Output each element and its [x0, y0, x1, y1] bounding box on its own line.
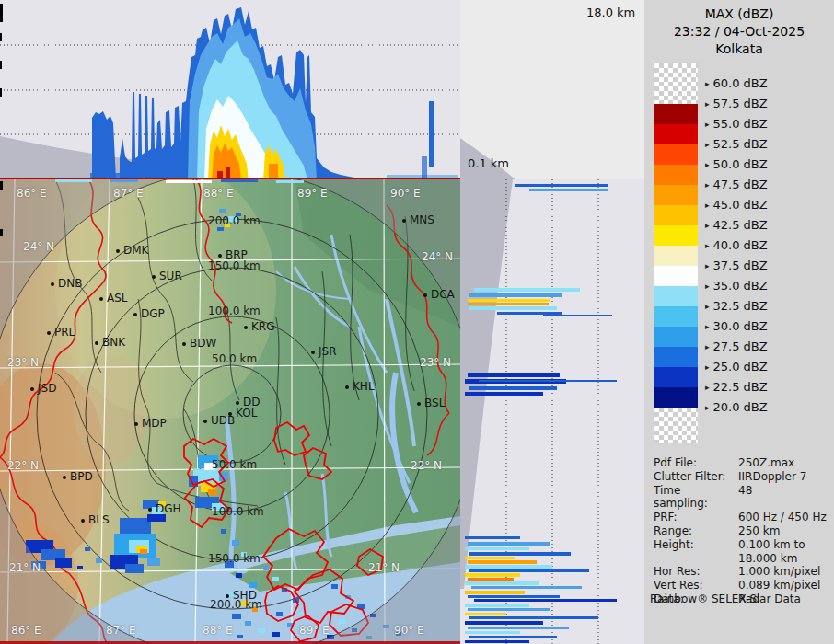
scale-tick-label: ▸50.0 dBZ [705, 158, 768, 172]
scale-tick-label: ▸45.0 dBZ [705, 199, 768, 213]
tick-arrow-icon: ▸ [705, 282, 710, 291]
dbz-color-scale [654, 63, 698, 443]
scale-swatch [654, 306, 698, 327]
corner-area [460, 0, 644, 181]
scale-swatch [654, 246, 698, 266]
scale-swatch [654, 347, 698, 367]
tick-arrow-icon: ▸ [705, 221, 710, 230]
metadata-row: Height:0.100 km to [654, 538, 832, 552]
tick-arrow-icon: ▸ [705, 362, 710, 372]
scale-tick-label: ▸40.0 dBZ [705, 239, 768, 253]
scale-tick-label: ▸32.5 dBZ [705, 300, 768, 314]
scale-tick-label: ▸25.0 dBZ [705, 361, 768, 374]
scale-swatch [654, 185, 698, 205]
scale-swatch [654, 286, 698, 306]
top-cross-section-plot [0, 0, 460, 181]
scale-swatch [654, 205, 698, 225]
side-axis-min-height-label: 0.1 km [468, 156, 509, 170]
scale-swatch [654, 387, 698, 408]
scale-tick-label: ▸47.5 dBZ [705, 178, 768, 192]
product-metadata: Pdf File:250Z.maxClutter Filter:IIRDoppl… [654, 456, 832, 606]
scale-tick-label: ▸20.0 dBZ [705, 401, 768, 415]
tick-arrow-icon: ▸ [705, 342, 710, 351]
scale-swatch [654, 327, 698, 347]
scale-tick-label: ▸22.5 dBZ [705, 381, 768, 395]
tick-arrow-icon: ▸ [705, 322, 710, 331]
scale-swatch [654, 367, 698, 387]
product-name: MAX (dBZ) [644, 6, 834, 23]
tick-arrow-icon: ▸ [705, 241, 710, 250]
tick-arrow-icon: ▸ [705, 79, 710, 88]
scale-swatch [654, 144, 698, 165]
scale-swatch [654, 266, 698, 286]
metadata-row: PRF:600 Hz / 450 Hz [654, 511, 832, 524]
radar-display-window: 18.0 km 0.1 km [0, 0, 834, 644]
scale-tick-label: ▸42.5 dBZ [705, 219, 768, 233]
tick-arrow-icon: ▸ [705, 99, 710, 109]
side-cross-section-panel [460, 179, 644, 644]
metadata-row: Vert Res:0.089 km/pixel [654, 579, 832, 592]
metadata-row: Range:250 km [654, 524, 832, 538]
tick-arrow-icon: ▸ [705, 201, 710, 210]
top-axis-max-height-label: 18.0 km [586, 6, 635, 19]
scale-tick-label: ▸30.0 dBZ [705, 320, 768, 334]
radar-site-name: Kolkata [644, 40, 834, 58]
scan-datetime: 23:32 / 04-Oct-2025 [644, 23, 834, 40]
scale-swatch [654, 124, 698, 144]
tick-arrow-icon: ▸ [705, 180, 710, 190]
metadata-row: Clutter Filter:IIRDoppler 7 [654, 470, 832, 484]
scale-swatch [654, 165, 698, 185]
scale-swatch [654, 225, 698, 246]
tick-arrow-icon: ▸ [705, 403, 710, 412]
map-canvas [0, 179, 460, 644]
scale-swatch [654, 63, 698, 104]
scale-tick-label: ▸37.5 dBZ [705, 259, 768, 273]
tick-arrow-icon: ▸ [705, 261, 710, 270]
scale-swatch [654, 104, 698, 124]
corner-art [460, 0, 644, 181]
legend-panel: MAX (dBZ) 23:32 / 04-Oct-2025 Kolkata ▸6… [644, 0, 834, 644]
tick-arrow-icon: ▸ [705, 140, 710, 149]
tick-arrow-icon: ▸ [705, 383, 710, 392]
software-brand: Rainbow® SELEX-SI [650, 592, 760, 605]
map-panel[interactable] [0, 179, 460, 644]
metadata-row: 18.000 km [654, 552, 832, 566]
scale-swatch [654, 408, 698, 443]
scale-tick-label: ▸52.5 dBZ [705, 138, 768, 152]
legend-title: MAX (dBZ) 23:32 / 04-Oct-2025 Kolkata [644, 6, 834, 58]
scale-tick-label: ▸27.5 dBZ [705, 340, 768, 354]
top-cross-section-panel [0, 0, 460, 181]
scale-tick-label: ▸35.0 dBZ [705, 280, 768, 293]
metadata-row: Time sampling:48 [654, 484, 832, 512]
tick-arrow-icon: ▸ [705, 160, 710, 169]
scale-tick-label: ▸55.0 dBZ [705, 118, 768, 132]
tick-arrow-icon: ▸ [705, 302, 710, 311]
tick-arrow-icon: ▸ [705, 120, 710, 129]
scale-tick-label: ▸60.0 dBZ [705, 77, 768, 91]
metadata-row: Pdf File:250Z.max [654, 456, 832, 470]
metadata-row: Hor Res:1.000 km/pixel [654, 565, 832, 579]
side-cross-section-plot [460, 179, 644, 644]
scale-tick-label: ▸57.5 dBZ [705, 98, 768, 111]
